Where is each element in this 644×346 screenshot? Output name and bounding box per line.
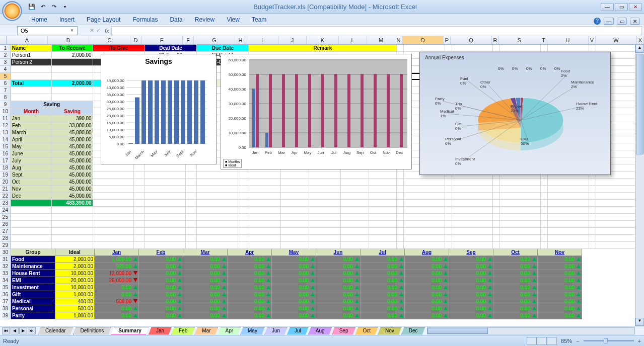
sheet-tab-dec[interactable]: Dec	[401, 327, 425, 335]
budget-month-header-Jan[interactable]: Jan	[95, 249, 139, 256]
budget-Aug-house rent[interactable]: 0.00	[405, 270, 449, 277]
cell[interactable]	[52, 87, 93, 94]
budget-jan-personal[interactable]: 0.00	[95, 305, 139, 312]
budget-Oct-house rent[interactable]: 0.00	[493, 270, 538, 277]
cell[interactable]	[541, 200, 548, 207]
budget-Oct-personal[interactable]: 0.00	[493, 305, 538, 312]
deals-header-receive[interactable]: To Receive	[52, 45, 93, 52]
help-icon[interactable]: ?	[594, 18, 601, 25]
budget-Feb-emi[interactable]: 0.00	[139, 277, 183, 284]
cell[interactable]	[238, 186, 249, 193]
deals-header-give[interactable]: To Give	[93, 45, 145, 52]
saving-month-April[interactable]: April	[11, 136, 52, 143]
ribbon-tab-data[interactable]: Data	[164, 15, 188, 25]
deals-header-due[interactable]: Due Date	[197, 45, 249, 52]
cell[interactable]	[541, 235, 548, 242]
cell[interactable]	[309, 200, 341, 207]
budget-Sep-party[interactable]: 0.00	[449, 312, 493, 319]
budget-ideal-medical[interactable]: 400.00	[55, 298, 95, 305]
cell[interactable]	[596, 45, 637, 52]
cell[interactable]	[238, 193, 249, 200]
saving-month-Dec[interactable]: Dec	[11, 193, 52, 200]
budget-Aug-medical[interactable]: 0.00	[405, 298, 449, 305]
cell[interactable]	[186, 193, 197, 200]
cell[interactable]	[309, 179, 341, 186]
budget-Jul-emi[interactable]: 0.00	[361, 277, 405, 284]
cell[interactable]	[548, 221, 589, 228]
fx-icon[interactable]: fx	[105, 28, 109, 34]
cell[interactable]	[11, 221, 52, 228]
cell[interactable]	[238, 200, 249, 207]
cell[interactable]	[404, 207, 445, 214]
budget-ideal-header[interactable]: Ideal	[55, 249, 95, 256]
cell[interactable]	[93, 200, 134, 207]
hscroll-thumb[interactable]	[427, 328, 488, 334]
budget-Apr-investment[interactable]: 0.00	[228, 284, 272, 291]
col-header-C[interactable]: C	[89, 36, 130, 44]
cell[interactable]	[281, 228, 309, 235]
cell[interactable]	[397, 221, 404, 228]
cell[interactable]	[145, 207, 186, 214]
cell[interactable]	[596, 221, 637, 228]
col-header-N[interactable]: N	[395, 36, 402, 44]
qat-dropdown-icon[interactable]: ▾	[60, 3, 69, 12]
saving-value-Dec[interactable]: 45,000.00	[52, 193, 93, 200]
cell[interactable]	[596, 179, 637, 186]
cell[interactable]	[93, 235, 134, 242]
deal-person2-name[interactable]: Person 2	[11, 59, 52, 66]
saving-value-April[interactable]: 45,000.00	[52, 136, 93, 143]
budget-Sep-emi[interactable]: 0.00	[449, 277, 493, 284]
cell[interactable]	[93, 242, 134, 249]
horizontal-scrollbar[interactable]	[427, 327, 635, 334]
cell[interactable]	[397, 228, 404, 235]
saving-value-Feb[interactable]: 33,000.00	[52, 122, 93, 129]
col-header-M[interactable]: M	[367, 36, 395, 44]
budget-Feb-house rent[interactable]: 0.00	[139, 270, 183, 277]
row-header-2[interactable]: 2	[0, 52, 11, 59]
cell[interactable]	[249, 242, 281, 249]
cell[interactable]	[145, 200, 186, 207]
budget-Oct-medical[interactable]: 0.00	[493, 298, 538, 305]
budget-Jun-medical[interactable]: 0.00	[316, 298, 361, 305]
cell[interactable]	[548, 179, 589, 186]
cell[interactable]	[369, 186, 397, 193]
ribbon-tab-home[interactable]: Home	[25, 15, 53, 25]
budget-Apr-food[interactable]: 0.00	[228, 256, 272, 263]
cell[interactable]	[397, 214, 404, 221]
cell[interactable]	[309, 186, 341, 193]
annual-expenses-pie-chart[interactable]: Annual Expenses0%0%0%0%0%EMI50%House Ren…	[419, 52, 611, 175]
sheet-tab-aug[interactable]: Aug	[308, 327, 332, 335]
budget-month-header-Sep[interactable]: Sep	[449, 249, 493, 256]
budget-Mar-medical[interactable]: 0.00	[183, 298, 228, 305]
budget-May-personal[interactable]: 0.00	[272, 305, 316, 312]
row-header-12[interactable]: 12	[0, 122, 11, 129]
cell[interactable]	[493, 207, 500, 214]
cell[interactable]	[249, 200, 281, 207]
cell[interactable]	[541, 45, 548, 52]
cell[interactable]	[445, 45, 452, 52]
col-header-R[interactable]: R	[492, 36, 499, 44]
budget-month-header-Jun[interactable]: Jun	[316, 249, 361, 256]
row-header-30[interactable]: 30	[0, 249, 11, 256]
cell[interactable]	[404, 235, 445, 242]
cell[interactable]	[500, 214, 541, 221]
row-header-11[interactable]: 11	[0, 115, 11, 122]
row-header-34[interactable]: 34	[0, 277, 11, 284]
cell[interactable]	[134, 193, 145, 200]
cell[interactable]	[341, 228, 369, 235]
cell[interactable]	[404, 193, 445, 200]
cell[interactable]	[134, 164, 145, 171]
budget-Apr-party[interactable]: 0.00	[228, 312, 272, 319]
budget-jan-maintenance[interactable]: 925.00	[95, 263, 139, 270]
scroll-down-button[interactable]: ▼	[635, 318, 644, 326]
sheet-tab-calendar[interactable]: Calendar	[38, 327, 74, 335]
saving-value-Jan[interactable]: 390.00	[52, 115, 93, 122]
tab-prev-button[interactable]: ◀	[11, 327, 19, 334]
cell[interactable]	[134, 207, 145, 214]
deal-person1-receive[interactable]: 2,000.00	[52, 52, 93, 59]
cell[interactable]	[445, 214, 452, 221]
cell[interactable]	[52, 221, 93, 228]
cell[interactable]	[11, 73, 52, 80]
budget-Mar-maintenance[interactable]: 0.00	[183, 263, 228, 270]
saving-month-Oct[interactable]: Oct	[11, 179, 52, 186]
